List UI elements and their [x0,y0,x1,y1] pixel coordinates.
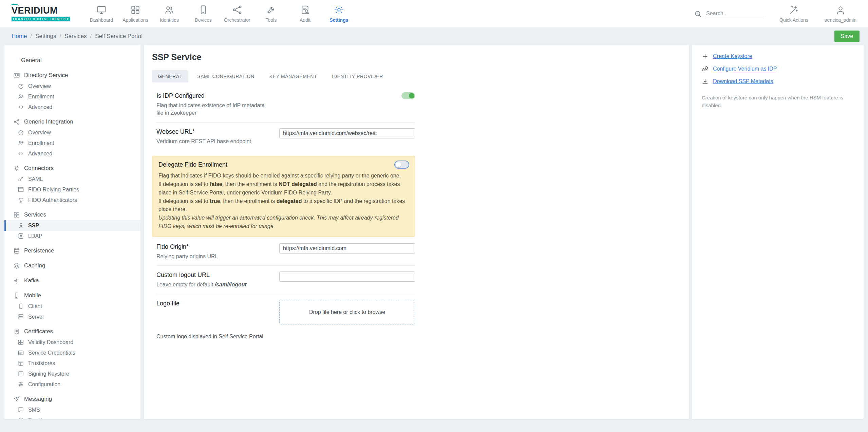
sidebar-item-overview[interactable]: Overview [4,127,140,138]
sidebar-item-ldap[interactable]: LDAP [4,231,140,241]
breadcrumb-item-home[interactable]: Home [12,33,27,40]
saml-icon [18,176,24,182]
quick-actions-button[interactable]: Quick Actions [779,5,808,23]
nav-item-devices[interactable]: Devices [186,5,220,23]
sidebar-item-advanced[interactable]: Advanced [4,102,140,112]
toggle-knob [396,162,401,167]
connectors-icon [13,165,20,172]
ldap-icon [18,233,24,239]
aside-actions: Create KeystoreConfigure Veridium as IDP… [702,53,854,85]
sidebar-item-enrollment[interactable]: Enrollment [4,91,140,102]
tab-saml-configuration[interactable]: SAML CONFIGURATION [191,70,261,82]
sidebar-item-mobile[interactable]: Mobile [4,290,140,301]
sidebar-item-label: Advanced [28,151,52,157]
user-menu[interactable]: aencica_admin [825,5,856,23]
websec-url-input[interactable] [279,128,415,138]
tab-key-management[interactable]: KEY MANAGEMENT [263,70,323,82]
ssp-icon [18,222,24,229]
sms-icon [18,407,24,413]
sidebar-item-label: Overview [28,83,51,89]
nav-item-label: Dashboard [90,17,113,23]
server-icon [18,314,24,320]
sidebar-item-sms[interactable]: SMS [4,405,140,415]
configure-veridium-as-idp-link[interactable]: Configure Veridium as IDP [702,65,854,72]
download-ssp-metadata-link[interactable]: Download SSP Metadata [702,78,854,85]
save-button[interactable]: Save [834,31,860,42]
nav-item-orchestrator[interactable]: Orchestrator [220,5,254,23]
sidebar-item-validity-dashboard[interactable]: Validity Dashboard [4,337,140,348]
sidebar-item-email[interactable]: Email [4,415,140,419]
sidebar-item-signing-keystore[interactable]: Signing Keystore [4,369,140,379]
breadcrumb-separator: / [30,33,32,40]
settings-icon [334,5,344,15]
sidebar-item-label: Kafka [24,277,39,284]
sidebar-item-fido-authenticators[interactable]: FIDO Authenticators [4,195,140,205]
sidebar-item-advanced[interactable]: Advanced [4,148,140,159]
identities-icon [164,5,174,15]
persistence-icon [13,247,20,254]
fido-authenticators-icon [18,197,24,203]
sidebar-item-label: Signing Keystore [28,371,69,377]
sidebar-item-label: Caching [24,262,45,269]
sidebar-item-messaging[interactable]: Messaging [4,394,140,405]
quick-actions-label: Quick Actions [779,17,808,23]
sidebar-item-label: Validity Dashboard [28,339,73,345]
sidebar-item-label: Certificates [24,328,53,335]
create-keystore-link[interactable]: Create Keystore [702,53,854,60]
fido-origin-desc: Relying party origins URL [156,253,268,260]
nav-item-audit[interactable]: Audit [288,5,322,23]
user-icon [835,5,846,15]
tab-identity-provider[interactable]: IDENTITY PROVIDER [326,70,389,82]
delegate-fido-toggle[interactable] [395,161,409,168]
sidebar-item-server[interactable]: Server [4,312,140,322]
advanced-icon [18,150,24,157]
sidebar-item-kafka[interactable]: Kafka [4,275,140,286]
breadcrumb-row: Home/Settings/Services/Self Service Port… [0,28,868,45]
sidebar-item-ssp[interactable]: SSP [4,220,140,231]
custom-logout-desc: Leave empty for default /saml/logout [156,281,268,288]
sidebar-item-certificates[interactable]: Certificates [4,326,140,337]
sidebar-item-general[interactable]: General [4,55,140,66]
sidebar-item-enrollment[interactable]: Enrollment [4,138,140,148]
websec-url-label: Websec URL* [156,128,268,135]
sidebar-item-label: FIDO Relying Parties [28,187,79,193]
websec-url-desc: Veridium core REST API base endpoint [156,138,268,145]
sidebar-item-persistence[interactable]: Persistence [4,245,140,256]
nav-item-settings[interactable]: Settings [322,5,356,23]
custom-logout-input[interactable] [279,271,415,282]
sidebar-item-caching[interactable]: Caching [4,260,140,271]
sidebar-item-client[interactable]: Client [4,301,140,312]
nav-item-tools[interactable]: Tools [254,5,288,23]
logo-dropzone[interactable]: Drop file here or click to browse [279,300,415,324]
sidebar-item-fido-relying-parties[interactable]: FIDO Relying Parties [4,184,140,195]
nav-item-identities[interactable]: Identities [152,5,186,23]
sidebar-item-directory-service[interactable]: Directory Service [4,70,140,81]
nav-item-applications[interactable]: Applications [118,5,152,23]
is-idp-configured-toggle[interactable] [401,92,415,99]
sidebar-item-label: Mobile [24,292,41,299]
sidebar-item-services[interactable]: Services [4,209,140,220]
username: aencica_admin [825,17,856,23]
sidebar-item-generic-integration[interactable]: Generic Integration [4,116,140,127]
sidebar-item-truststores[interactable]: Truststores [4,358,140,369]
link-icon [702,65,709,72]
sidebar-item-connectors[interactable]: Connectors [4,163,140,174]
overview-icon [18,129,24,136]
ssp-service-panel: SSP Service GENERALSAML CONFIGURATIONKEY… [144,45,689,419]
tab-general[interactable]: GENERAL [152,70,188,82]
delegate-fido-panel: Delegate Fido Enrollment Flag that indic… [152,156,415,237]
sidebar-item-configuration[interactable]: Configuration [4,379,140,390]
breadcrumb-separator: / [90,33,92,40]
veridium-logo[interactable]: VERIDIUM TRUSTED DIGITAL IDENTITY [12,6,70,21]
sidebar-item-label: Services [24,211,46,218]
sidebar-item-label: SAML [28,176,43,182]
fido-origin-input[interactable] [279,243,415,253]
applications-icon [130,5,140,15]
sidebar-item-service-credentials[interactable]: Service Credentials [4,348,140,358]
enrollment-icon [18,140,24,146]
sidebar-item-label: Email [28,417,42,419]
sidebar-item-saml[interactable]: SAML [4,174,140,184]
search-input[interactable] [705,9,763,18]
sidebar-item-overview[interactable]: Overview [4,81,140,91]
nav-item-dashboard[interactable]: Dashboard [84,5,118,23]
